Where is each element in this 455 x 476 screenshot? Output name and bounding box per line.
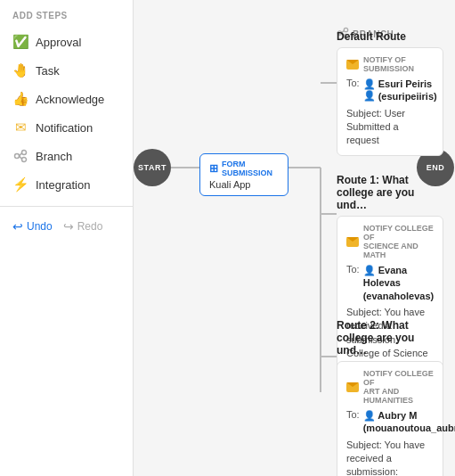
notify-to-name-default: Esuri Peiris(esuripeiiris) (378, 78, 437, 103)
svg-point-1 (22, 151, 27, 155)
notification-icon: ✉ (12, 119, 28, 135)
sidebar-item-integration[interactable]: ⚡ Integration (0, 170, 133, 199)
sidebar-item-label: Branch (36, 150, 72, 163)
envelope-icon-3 (346, 382, 359, 392)
svg-line-3 (20, 153, 22, 156)
form-submission-value: Kuali App (209, 179, 279, 190)
person-icon-3: 👤 (363, 410, 376, 421)
notify-to-name-route1: 👤 Evana Holevas (evanaholevas) (363, 264, 434, 302)
default-route-group: Default Route NOTIFY OF SUBMISSION To: 👤… (337, 30, 443, 156)
divider (0, 206, 133, 207)
notify-to-route1: To: 👤 Evana Holevas (evanaholevas) (346, 264, 434, 302)
notify-to-name-route2: 👤 Aubry M (mouanoutoua_aubry) (363, 409, 455, 435)
undo-button[interactable]: ↩ Undo (12, 219, 53, 234)
notify-science-title: NOTIFY COLLEGE OF SCIENCE AND MATH (346, 224, 434, 259)
sidebar-item-notification[interactable]: ✉ Notification (0, 113, 133, 142)
route2-group: Route 2: What college are you und… NOTIF… (337, 319, 443, 476)
redo-icon: ↪ (63, 219, 74, 234)
sidebar-item-task[interactable]: 🤚 Task (0, 56, 133, 85)
sidebar-item-label: Task (36, 64, 60, 78)
sidebar-item-acknowledge[interactable]: 👍 Acknowledge (0, 85, 133, 113)
acknowledge-icon: 👍 (12, 91, 28, 107)
svg-point-2 (22, 158, 27, 162)
sidebar-item-approval[interactable]: ✅ Approval (0, 28, 133, 56)
integration-icon: ⚡ (12, 176, 28, 193)
sidebar-item-label: Approval (36, 36, 81, 49)
route1-title: Route 1: What college are you und… (337, 174, 443, 211)
envelope-icon (346, 60, 359, 70)
person-icon: 👤 (363, 78, 375, 90)
svg-point-0 (15, 154, 20, 159)
add-steps-label: ADD STEPS (0, 11, 133, 28)
start-node: START (134, 149, 171, 186)
undo-redo-bar: ↩ Undo ↪ Redo (0, 214, 133, 239)
form-icon: ⊞ (209, 162, 218, 175)
form-submission-box[interactable]: ⊞ FORM SUBMISSION Kuali App (199, 153, 288, 196)
notify-art-title: NOTIFY COLLEGE OF ART AND HUMANITIES (346, 369, 434, 405)
canvas: START ⊞ FORM SUBMISSION Kuali App END (134, 0, 455, 476)
notify-to-route2: To: 👤 Aubry M (mouanoutoua_aubry) (346, 409, 434, 435)
canvas-inner: START ⊞ FORM SUBMISSION Kuali App END (134, 0, 455, 476)
notify-subject-route2: Subject: You have received a submission:… (346, 439, 434, 476)
sidebar-item-label: Integration (36, 178, 90, 192)
notify-submission-title: NOTIFY OF SUBMISSION (346, 55, 434, 73)
notify-subject-default: Subject: User Submitted a request (346, 107, 434, 148)
person-icon-2: 👤 (363, 265, 376, 275)
redo-label: Redo (77, 220, 103, 233)
approval-icon: ✅ (12, 34, 28, 50)
default-route-title: Default Route (337, 30, 443, 43)
form-submission-title: ⊞ FORM SUBMISSION (209, 160, 279, 177)
branch-icon (12, 148, 28, 164)
sidebar-item-branch[interactable]: Branch (0, 142, 133, 170)
task-icon: 🤚 (12, 62, 28, 78)
redo-button[interactable]: ↪ Redo (63, 219, 103, 234)
left-panel: ADD STEPS ✅ Approval 🤚 Task 👍 Acknowledg… (0, 0, 134, 476)
sidebar-item-label: Notification (36, 121, 93, 135)
envelope-icon-2 (346, 237, 359, 247)
svg-line-4 (20, 156, 22, 159)
sidebar-item-label: Acknowledge (36, 93, 104, 106)
undo-label: Undo (27, 220, 53, 233)
undo-icon: ↩ (12, 219, 23, 234)
route2-title: Route 2: What college are you und… (337, 319, 443, 357)
route2-card[interactable]: NOTIFY COLLEGE OF ART AND HUMANITIES To:… (337, 361, 443, 476)
notify-to-default: To: 👤 Esuri Peiris(esuripeiiris) (346, 78, 434, 103)
default-route-card[interactable]: NOTIFY OF SUBMISSION To: 👤 Esuri Peiris(… (337, 47, 443, 156)
